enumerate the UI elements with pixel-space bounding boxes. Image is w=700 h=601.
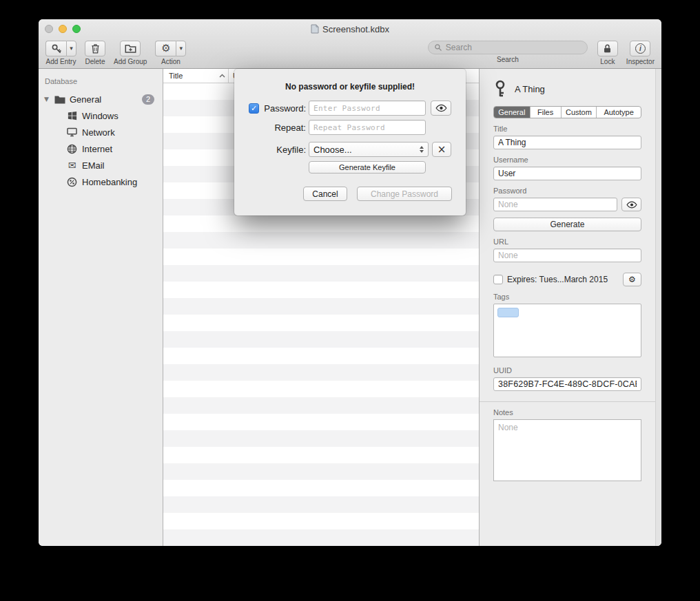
- tab-label: Custom: [566, 108, 592, 116]
- button-label: Generate: [550, 220, 584, 229]
- sort-ascending-icon: [219, 74, 225, 78]
- inspector-scrollbar[interactable]: [655, 69, 661, 546]
- reveal-dialog-password-button[interactable]: [431, 101, 451, 116]
- close-icon: ×: [438, 143, 446, 156]
- expires-row: Expires: Tues...March 2015 ⚙: [493, 273, 641, 286]
- username-field-label: Username: [493, 156, 641, 164]
- sidebar-item-network[interactable]: Network: [39, 124, 163, 140]
- add-entry-dropdown-button[interactable]: ▾: [66, 41, 76, 56]
- key-icon: [51, 43, 62, 54]
- generate-keyfile-button[interactable]: Generate Keyfile: [309, 161, 426, 173]
- chevron-down-icon: ▾: [70, 45, 73, 52]
- clear-keyfile-button[interactable]: ×: [432, 142, 451, 157]
- sidebar-item-general[interactable]: ▼ General 2: [39, 91, 163, 107]
- notes-field-label: Notes: [493, 408, 641, 417]
- sidebar-item-label: Network: [82, 127, 115, 138]
- inspector-tabs: General Files Custom Autotype: [493, 106, 641, 118]
- toolbar-item-inspector: i Inspector: [626, 41, 655, 65]
- sidebar-item-label: EMail: [82, 160, 105, 171]
- password-checkbox[interactable]: ✓: [249, 103, 259, 114]
- url-field[interactable]: [493, 249, 641, 262]
- sidebar-item-windows[interactable]: Windows: [39, 107, 163, 124]
- column-header-title[interactable]: Title: [163, 69, 229, 83]
- sidebar-item-email[interactable]: ✉ EMail: [39, 157, 163, 173]
- sidebar-item-homebanking[interactable]: Homebanking: [39, 173, 163, 190]
- toolbar-item-label: Add Group: [114, 58, 147, 65]
- disclosure-triangle-icon[interactable]: ▼: [44, 96, 54, 103]
- check-icon: ✓: [251, 105, 257, 112]
- password-field[interactable]: [493, 198, 617, 211]
- reveal-password-button[interactable]: [621, 198, 641, 211]
- inspector-panel: A Thing General Files Custom Autotype Ti…: [480, 69, 661, 546]
- expires-options-button[interactable]: ⚙: [623, 273, 641, 286]
- tab-label: Autotype: [604, 108, 633, 116]
- gear-icon: ⚙: [161, 43, 170, 54]
- cancel-button[interactable]: Cancel: [303, 187, 347, 201]
- lock-button[interactable]: [597, 41, 618, 56]
- keyfile-dropdown[interactable]: Choose...: [309, 142, 429, 157]
- tags-field[interactable]: [493, 304, 641, 357]
- button-label: Generate Keyfile: [339, 163, 395, 171]
- password-field-label: Password: [493, 187, 641, 195]
- button-label: Change Password: [371, 189, 438, 199]
- envelope-icon: ✉: [66, 160, 78, 171]
- globe-icon: [66, 143, 78, 155]
- enter-password-input[interactable]: [309, 101, 426, 116]
- column-header-label: Title: [169, 72, 183, 80]
- password-label: Password:: [260, 103, 306, 114]
- percent-coin-icon: [66, 176, 78, 188]
- tab-autotype[interactable]: Autotype: [597, 107, 641, 118]
- tag-token[interactable]: [497, 308, 519, 317]
- tab-label: Files: [537, 108, 553, 116]
- inspector-button[interactable]: i: [630, 41, 650, 56]
- tab-custom[interactable]: Custom: [562, 107, 597, 118]
- titlebar[interactable]: Screenshot.kdbx: [39, 19, 661, 39]
- windows-icon: [66, 110, 78, 122]
- add-entry-button[interactable]: [45, 41, 66, 56]
- repeat-password-input[interactable]: [309, 120, 426, 135]
- inspector-entry-header: A Thing: [493, 77, 641, 101]
- sidebar-item-label: Windows: [82, 111, 119, 121]
- search-input[interactable]: Search: [428, 41, 588, 54]
- change-password-button[interactable]: Change Password: [357, 187, 452, 201]
- toolbar-item-add-entry: ▾ Add Entry: [45, 41, 76, 65]
- trash-icon: [90, 43, 101, 54]
- stepper-icon: [420, 146, 424, 153]
- uuid-field[interactable]: [493, 377, 641, 391]
- expires-checkbox[interactable]: [493, 275, 503, 284]
- gear-icon: ⚙: [628, 275, 636, 284]
- button-label: Cancel: [312, 189, 338, 199]
- toolbar-item-delete: Delete: [85, 41, 105, 65]
- sidebar-item-label: Homebanking: [82, 177, 137, 187]
- toolbar-item-label: Action: [161, 58, 181, 65]
- title-field[interactable]: [493, 136, 641, 149]
- change-password-dialog: No password or keyfile supplied! ✓ Passw…: [234, 69, 466, 215]
- sidebar-item-label: General: [70, 94, 101, 105]
- toolbar-item-label: Delete: [85, 58, 105, 65]
- username-field[interactable]: [493, 167, 641, 180]
- dialog-message: No password or keyfile supplied!: [234, 82, 466, 92]
- uuid-field-label: UUID: [493, 366, 641, 375]
- tab-files[interactable]: Files: [531, 107, 562, 118]
- action-dropdown-button[interactable]: ▾: [176, 41, 186, 56]
- window-title-area: Screenshot.kdbx: [39, 19, 661, 39]
- action-button[interactable]: ⚙: [155, 41, 176, 56]
- keyfile-label: Keyfile:: [260, 145, 306, 155]
- delete-button[interactable]: [85, 41, 105, 56]
- sidebar: Database ▼ General 2 Windows Network: [39, 69, 163, 546]
- window-chrome: Screenshot.kdbx ▾ Add Entry: [39, 19, 661, 69]
- tags-field-label: Tags: [493, 293, 641, 301]
- toolbar-item-add-group: Add Group: [114, 41, 147, 65]
- sidebar-item-internet[interactable]: Internet: [39, 140, 163, 157]
- chevron-down-icon: ▾: [180, 45, 183, 52]
- toolbar-item-action: ⚙ ▾ Action: [155, 41, 186, 65]
- info-icon: i: [635, 43, 646, 54]
- generate-password-button[interactable]: Generate: [493, 218, 641, 231]
- notes-field[interactable]: None: [493, 419, 641, 481]
- entry-title: A Thing: [515, 84, 545, 94]
- tab-general[interactable]: General: [494, 107, 531, 118]
- keyfile-selected-value: Choose...: [313, 145, 352, 155]
- add-group-button[interactable]: [120, 41, 141, 56]
- notes-placeholder: None: [498, 423, 518, 432]
- repeat-label: Repeat:: [260, 123, 306, 133]
